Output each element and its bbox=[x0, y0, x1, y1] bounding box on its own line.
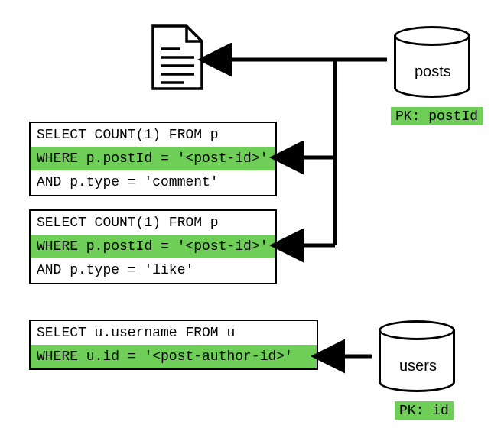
query-comments-line1: SELECT COUNT(1) FROM p bbox=[31, 123, 275, 147]
db-users-pk: PK: id bbox=[395, 401, 454, 420]
query-comments-line3: AND p.type = 'comment' bbox=[31, 170, 275, 194]
query-username-line1: SELECT u.username FROM u bbox=[31, 321, 317, 345]
db-users-label: users bbox=[399, 357, 437, 375]
query-comments: SELECT COUNT(1) FROM p WHERE p.postId = … bbox=[29, 122, 277, 196]
query-likes-line3: AND p.type = 'like' bbox=[31, 258, 275, 282]
document-icon bbox=[150, 23, 205, 96]
db-posts: posts bbox=[394, 26, 470, 98]
db-posts-label: posts bbox=[415, 63, 451, 80]
db-posts-pk: PK: postId bbox=[391, 107, 483, 125]
query-likes-line2: WHERE p.postId = '<post-id>' bbox=[31, 235, 275, 258]
query-likes: SELECT COUNT(1) FROM p WHERE p.postId = … bbox=[29, 209, 277, 284]
query-comments-line2: WHERE p.postId = '<post-id>' bbox=[31, 147, 275, 170]
diagram-canvas: posts PK: postId users PK: id SELECT COU… bbox=[0, 0, 504, 438]
query-username: SELECT u.username FROM u WHERE u.id = '<… bbox=[29, 320, 318, 370]
query-username-line2: WHERE u.id = '<post-author-id>' bbox=[31, 345, 317, 368]
query-likes-line1: SELECT COUNT(1) FROM p bbox=[31, 211, 275, 235]
db-users: users bbox=[379, 320, 455, 392]
